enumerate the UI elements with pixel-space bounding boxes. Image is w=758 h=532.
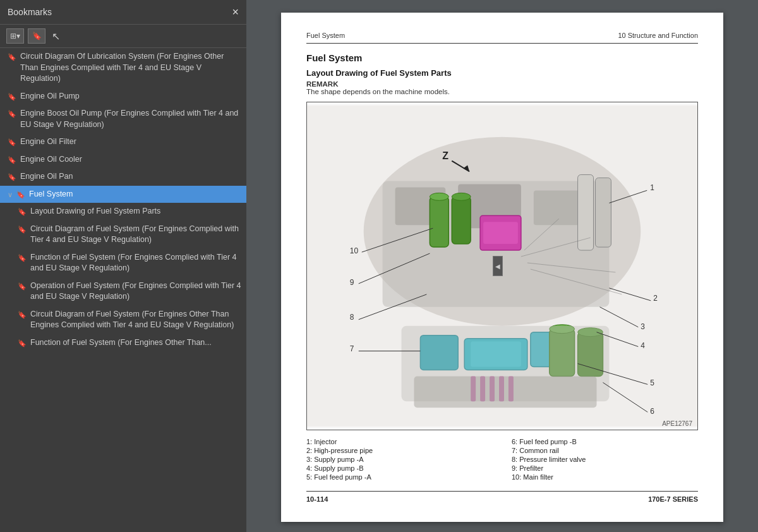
bookmark-item-label: Circuit Diagram Of Lubrication System (F… <box>20 51 241 85</box>
doc-footer-left: 10-114 <box>306 495 328 503</box>
svg-text:Z: Z <box>442 150 448 161</box>
bookmark-item-label: Engine Oil Filter <box>20 136 241 148</box>
bookmark-flag-icon: 🔖 <box>8 155 16 165</box>
svg-point-10 <box>430 193 448 200</box>
bookmark-flag-icon: 🔖 <box>18 310 27 320</box>
list-view-button[interactable]: ⊞▾ <box>6 28 24 44</box>
legend-item: 2: High-pressure pipe <box>306 447 493 454</box>
doc-footer-right: 170E-7 SERIES <box>648 495 698 503</box>
doc-footer: 10-114 170E-7 SERIES <box>306 491 698 503</box>
remark-label: REMARK <box>306 80 698 88</box>
bookmark-item-label: Operation of Fuel System (For Engines Co… <box>30 281 241 303</box>
bookmark-item-function-fuel-other[interactable]: 🔖Function of Fuel System (For Engines Ot… <box>0 334 246 352</box>
bookmarks-header: Bookmarks × <box>0 0 246 25</box>
svg-rect-9 <box>452 196 471 244</box>
close-button[interactable]: × <box>232 6 239 18</box>
bookmarks-panel: Bookmarks × ⊞▾ 🔖 ↖ 🔖Circuit Diagram Of L… <box>0 0 246 532</box>
bookmark-item-engine-oil-cooler[interactable]: 🔖Engine Oil Cooler <box>0 151 246 169</box>
bookmark-item-label: Engine Oil Pan <box>20 171 241 183</box>
bookmark-item-label: Engine Boost Oil Pump (For Engines Compl… <box>20 108 241 130</box>
svg-rect-13 <box>483 222 518 244</box>
legend-item: 4: Supply pump -B <box>306 464 493 472</box>
bookmark-flag-icon: 🔖 <box>8 52 16 62</box>
svg-text:6: 6 <box>650 407 654 416</box>
panel-collapse-button[interactable]: ◀ <box>493 256 503 276</box>
bookmark-flag-icon: 🔖 <box>16 190 25 200</box>
legend-item: 10: Main filter <box>512 473 698 481</box>
legend-item: 6: Fuel feed pump -B <box>512 438 698 445</box>
bookmark-item-circuit-fuel-tier4[interactable]: 🔖Circuit Diagram of Fuel System (For Eng… <box>0 221 246 249</box>
doc-header-right: 10 Structure and Function <box>618 32 698 39</box>
doc-section-title: Fuel System <box>306 52 698 63</box>
bookmark-flag-icon: 🔖 <box>18 225 27 234</box>
legend-item: 8: Pressure limiter valve <box>512 456 698 463</box>
bookmark-flag-icon: 🔖 <box>18 282 27 291</box>
cursor-pointer: ↖ <box>52 30 60 42</box>
list-icon: ⊞▾ <box>10 32 20 40</box>
legend-item: 3: Supply pump -A <box>306 456 493 463</box>
bookmark-flag-icon: 🔖 <box>8 172 16 182</box>
bookmark-item-label: Layout Drawing of Fuel System Parts <box>30 206 241 217</box>
bookmark-item-operation-fuel-tier4[interactable]: 🔖Operation of Fuel System (For Engines C… <box>0 277 246 306</box>
diagram-code: APE12767 <box>662 420 692 427</box>
svg-text:5: 5 <box>650 378 654 387</box>
svg-text:9: 9 <box>350 278 354 287</box>
bookmark-item-engine-oil-pump[interactable]: 🔖Engine Oil Pump <box>0 88 246 106</box>
bookmark-flag-icon: 🔖 <box>8 92 16 102</box>
bookmark-item-layout-drawing-fuel[interactable]: 🔖Layout Drawing of Fuel System Parts <box>0 203 246 221</box>
bookmark-item-label: Fuel System <box>29 189 241 200</box>
svg-point-11 <box>452 193 471 200</box>
bookmarks-toolbar: ⊞▾ 🔖 ↖ <box>0 25 246 48</box>
bookmark-flag-icon: 🔖 <box>8 109 16 119</box>
bookmark-icon: 🔖 <box>32 32 42 40</box>
bookmark-item-circuit-fuel-other[interactable]: 🔖Circuit Diagram of Fuel System (For Eng… <box>0 306 246 334</box>
bookmark-item-label: Engine Oil Cooler <box>20 154 241 166</box>
svg-text:7: 7 <box>350 344 354 353</box>
svg-rect-7 <box>596 178 611 247</box>
bookmark-view-button[interactable]: 🔖 <box>28 28 45 44</box>
svg-text:3: 3 <box>641 322 645 331</box>
bookmark-item-engine-oil-filter[interactable]: 🔖Engine Oil Filter <box>0 133 246 151</box>
doc-header-left: Fuel System <box>306 32 345 39</box>
bookmark-item-label: Circuit Diagram of Fuel System (For Engi… <box>30 309 241 331</box>
bookmark-item-function-fuel-tier4[interactable]: 🔖Function of Fuel System (For Engines Co… <box>0 249 246 277</box>
svg-text:8: 8 <box>350 313 354 322</box>
svg-text:2: 2 <box>653 294 658 303</box>
bookmark-item-circuit-lubrication[interactable]: 🔖Circuit Diagram Of Lubrication System (… <box>0 48 246 88</box>
bookmark-item-label: Function of Fuel System (For Engines Oth… <box>30 337 241 349</box>
svg-rect-8 <box>430 196 448 247</box>
legend-item: 7: Common rail <box>512 447 698 454</box>
svg-text:4: 4 <box>641 341 645 350</box>
legend-item: 9: Prefilter <box>512 464 698 472</box>
legend-item: 5: Fuel feed pump -A <box>306 473 493 481</box>
doc-subsection-title: Layout Drawing of Fuel System Parts <box>306 68 698 78</box>
bookmark-item-label: Function of Fuel System (For Engines Com… <box>30 252 241 274</box>
legend-table: 1: Injector2: High-pressure pipe3: Suppl… <box>306 438 698 482</box>
doc-header: Fuel System 10 Structure and Function <box>306 32 698 44</box>
svg-rect-28 <box>414 376 596 408</box>
bookmark-flag-icon: 🔖 <box>8 138 16 147</box>
bookmark-flag-icon: 🔖 <box>18 339 27 348</box>
bookmark-item-engine-boost-oil-pump[interactable]: 🔖Engine Boost Oil Pump (For Engines Comp… <box>0 105 246 133</box>
legend-item: 1: Injector <box>306 438 493 445</box>
legend-col-1: 1: Injector2: High-pressure pipe3: Suppl… <box>306 438 493 482</box>
bookmark-flag-icon: 🔖 <box>18 253 27 263</box>
svg-text:1: 1 <box>650 183 654 192</box>
svg-text:10: 10 <box>350 246 359 255</box>
bookmark-item-label: Engine Oil Pump <box>20 91 241 102</box>
bookmark-item-engine-oil-pan[interactable]: 🔖Engine Oil Pan <box>0 168 246 186</box>
bookmark-item-fuel-system[interactable]: ∨🔖Fuel System <box>0 186 246 203</box>
bookmarks-list: 🔖Circuit Diagram Of Lubrication System (… <box>0 48 246 532</box>
bookmark-item-label: Circuit Diagram of Fuel System (For Engi… <box>30 224 241 246</box>
bookmarks-panel-title: Bookmarks <box>8 7 52 17</box>
bookmark-flag-icon: 🔖 <box>18 207 27 217</box>
legend-col-2: 6: Fuel feed pump -B7: Common rail8: Pre… <box>512 438 698 482</box>
remark-text: The shape depends on the machine models. <box>306 88 698 95</box>
expand-icon: ∨ <box>8 190 13 200</box>
